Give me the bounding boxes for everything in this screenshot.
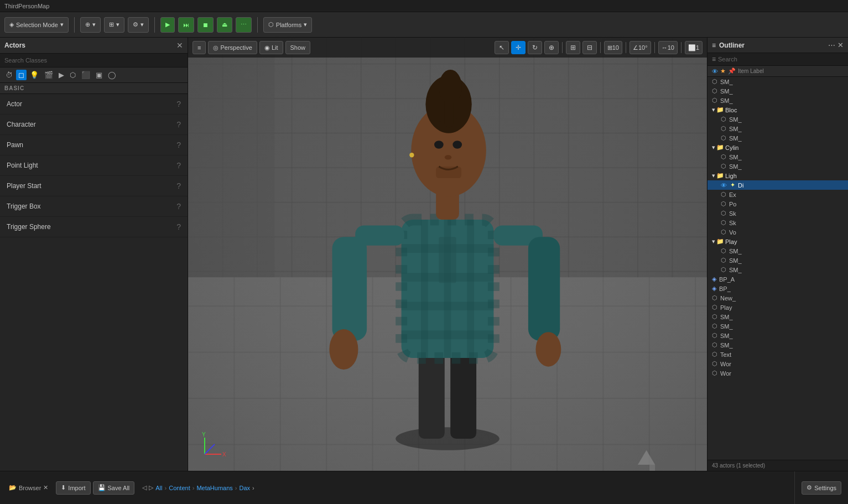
tree-item[interactable]: ⬡ SM_ [707, 115, 848, 124]
recently-placed-button[interactable]: ⏱ [3, 70, 15, 80]
shapes-button[interactable]: ◯ [106, 70, 118, 80]
tree-item[interactable]: ⬡ Sk [707, 209, 848, 218]
basic-filter-button[interactable]: ◻ [16, 70, 27, 80]
tree-item[interactable]: ⬡ SM_ [707, 340, 848, 350]
actor-item-trigger-box[interactable]: Trigger Box ? [0, 196, 188, 217]
stop-button[interactable]: ⏹ [197, 17, 214, 33]
cinematic-filter-button[interactable]: 🎬 [42, 70, 55, 80]
help-icon-trigger-box[interactable]: ? [176, 202, 181, 211]
tree-item[interactable]: ⬡ Play [707, 303, 848, 312]
build-button[interactable]: ⚙ ▾ [128, 17, 149, 33]
grid-snap-button[interactable]: ⊞ 10 [604, 41, 622, 54]
tree-item[interactable]: ⬡ Wor [707, 359, 848, 368]
actor-item-player-start[interactable]: Player Start ? [0, 176, 188, 196]
eject-button[interactable]: ⏏ [217, 17, 232, 33]
panel-close-button[interactable]: ✕ [176, 41, 183, 50]
geometry-filter-button[interactable]: ⬡ [67, 70, 78, 80]
tree-item[interactable]: ⬡ SM_ [707, 256, 848, 265]
breadcrumb-nav-back[interactable]: ◁ [142, 484, 147, 491]
tree-item-bp[interactable]: ◈ BP_ [707, 284, 848, 293]
more-options-button[interactable]: ⋯ [236, 17, 252, 33]
all-classes-button[interactable]: ▣ [93, 70, 105, 80]
breadcrumb-content[interactable]: Content [169, 485, 190, 491]
tree-item[interactable]: ⬡ SM_ [707, 152, 848, 162]
tree-folder-light[interactable]: ▾ 📁 Ligh [707, 171, 848, 180]
tree-item[interactable]: ⬡ SM_ [707, 331, 848, 340]
tree-item[interactable]: ⬡ SM_ [707, 312, 848, 321]
help-icon-point-light[interactable]: ? [176, 161, 181, 170]
help-icon-actor[interactable]: ? [176, 100, 181, 108]
breadcrumb-all[interactable]: All [155, 485, 162, 491]
breadcrumb-metahumans[interactable]: MetaHumans [196, 485, 232, 491]
browser-close-icon[interactable]: ✕ [43, 484, 48, 491]
tree-item[interactable]: ⬡ SM_ [707, 124, 848, 133]
browser-panel: 📂 Browser ✕ ⬇ Import 💾 Save All ◁ ▷ All … [0, 471, 795, 504]
outliner-close-button[interactable]: ✕ [837, 41, 844, 49]
move-tool-button[interactable]: ✛ [511, 41, 526, 54]
tree-item[interactable]: ⬡ SM_ [707, 265, 848, 274]
lit-button[interactable]: ◉ Lit [259, 41, 283, 54]
scale-snap-button[interactable]: ↔ 10 [658, 41, 678, 54]
platforms-button[interactable]: ⬡ Platforms ▾ [263, 17, 312, 33]
show-button[interactable]: Show [285, 41, 311, 54]
tree-item[interactable]: ⬡ SM_ [707, 96, 848, 105]
tree-folder-cylin[interactable]: ▾ 📁 Cylin [707, 143, 848, 152]
settings-button[interactable]: ⚙ Settings [802, 481, 841, 495]
tree-item[interactable]: ⬡ SM_ [707, 321, 848, 331]
tree-folder-bloc[interactable]: ▾ 📁 Bloc [707, 105, 848, 115]
world-space-button[interactable]: ⊞ [566, 41, 580, 54]
folder-label: Play [725, 238, 737, 245]
tree-item[interactable]: ⬡ SM_ [707, 162, 848, 171]
help-icon-pawn[interactable]: ? [176, 141, 181, 149]
outliner-search-input[interactable] [718, 56, 844, 63]
help-icon-trigger-sphere[interactable]: ? [176, 222, 181, 231]
browser-tab[interactable]: 📂 Browser ✕ [4, 482, 53, 493]
actor-item-point-light[interactable]: Point Light ? [0, 155, 188, 176]
rotate-tool-button[interactable]: ↻ [528, 41, 542, 54]
actor-item-pawn[interactable]: Pawn ? [0, 135, 188, 155]
tree-item[interactable]: ⬡ Po [707, 199, 848, 209]
breadcrumb-dax[interactable]: Dax [239, 485, 250, 491]
player-start-label: Player Start [7, 182, 41, 190]
tree-folder-play[interactable]: ▾ 📁 Play [707, 237, 848, 246]
search-classes-input[interactable] [0, 54, 188, 67]
import-button[interactable]: ⬇ Import [56, 481, 90, 495]
volumes-filter-button[interactable]: ⬛ [79, 70, 92, 80]
tree-item-bpa[interactable]: ◈ BP_A [707, 274, 848, 284]
save-all-button[interactable]: 💾 Save All [93, 481, 135, 495]
breadcrumb-nav-forward[interactable]: ▷ [149, 484, 153, 491]
help-icon-player-start[interactable]: ? [176, 181, 181, 190]
camera-speed-button[interactable]: ⬜ 1 [685, 41, 703, 54]
viewport-menu-button[interactable]: ≡ [193, 41, 206, 54]
actor-item-trigger-sphere[interactable]: Trigger Sphere ? [0, 217, 188, 237]
actor-item-actor[interactable]: Actor ? [0, 94, 188, 115]
outliner-options-button[interactable]: ⋯ [828, 41, 835, 49]
tree-item[interactable]: ⬡ SM_ [707, 77, 848, 86]
tree-item-di-selected[interactable]: 👁 ✦ Di [707, 180, 848, 190]
actor-item-character[interactable]: Character ? [0, 115, 188, 135]
scale-tool-button[interactable]: ⊕ [544, 41, 559, 54]
tree-item[interactable]: ⬡ Text [707, 350, 848, 359]
tree-item[interactable]: ⬡ Sk [707, 218, 848, 227]
lights-filter-button[interactable]: 💡 [28, 70, 41, 80]
selection-mode-button[interactable]: ◈ Selection Mode ▾ [4, 17, 69, 33]
select-tool-button[interactable]: ↖ [495, 41, 509, 54]
tree-item[interactable]: ⬡ Ex [707, 190, 848, 199]
tree-item[interactable]: ⬡ SM_ [707, 133, 848, 143]
help-icon-character[interactable]: ? [176, 120, 181, 129]
tree-item[interactable]: ⬡ SM_ [707, 246, 848, 256]
snap-button[interactable]: ⊞ ▾ [104, 17, 124, 33]
tree-item[interactable]: ⬡ SM_ [707, 86, 848, 96]
viewport[interactable]: ≡ ◎ Perspective ◉ Lit Show ↖ ✛ ↻ ⊕ ⊞ ⊟ [188, 38, 707, 471]
surface-snapping-button[interactable]: ⊟ [582, 41, 597, 54]
play-button[interactable]: ▶ [160, 17, 175, 33]
settings-icon: ⚙ [807, 484, 812, 491]
perspective-button[interactable]: ◎ Perspective [208, 41, 257, 54]
rotation-snap-button[interactable]: ∠ 10° [630, 41, 651, 54]
transform-button[interactable]: ⊕ ▾ [80, 17, 101, 33]
tree-item[interactable]: ⬡ Wor [707, 368, 848, 378]
tree-item[interactable]: ⬡ New_ [707, 293, 848, 303]
step-button[interactable]: ⏭ [178, 17, 194, 33]
tree-item[interactable]: ⬡ Vo [707, 227, 848, 237]
visual-filter-button[interactable]: ▶ [56, 70, 66, 80]
